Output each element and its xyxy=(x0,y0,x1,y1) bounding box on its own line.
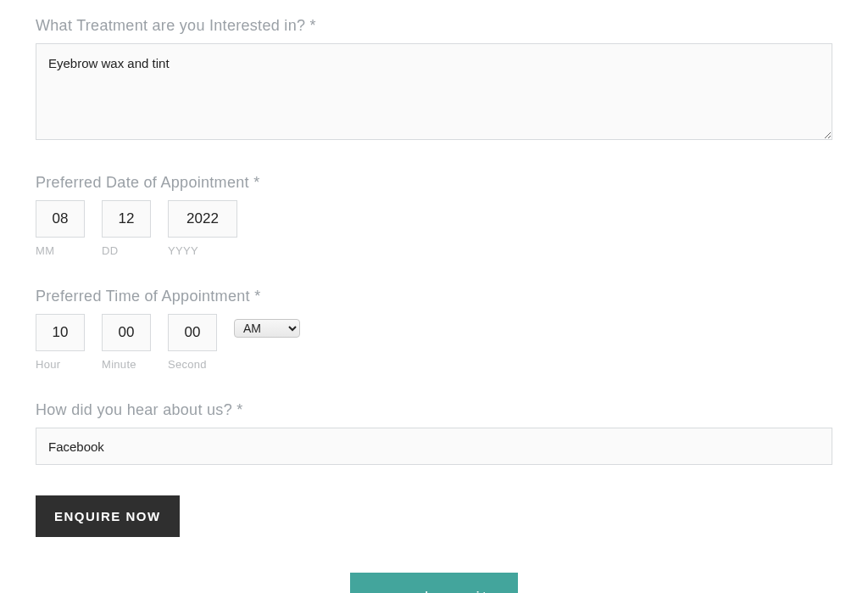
year-sublabel: YYYY xyxy=(168,244,237,257)
minute-sublabel: Minute xyxy=(102,358,151,371)
pay-deposit-button[interactable]: pay deposit xyxy=(350,573,518,593)
year-input[interactable] xyxy=(168,200,237,238)
hear-about-group: How did you hear about us? * xyxy=(36,401,832,465)
ampm-col: AM xyxy=(234,319,300,338)
second-col: Second xyxy=(168,314,217,371)
enquire-now-button[interactable]: ENQUIRE NOW xyxy=(36,495,180,537)
preferred-time-group: Preferred Time of Appointment * Hour Min… xyxy=(36,288,832,371)
date-row: MM DD YYYY xyxy=(36,200,832,257)
deposit-row: pay deposit xyxy=(36,573,832,593)
day-col: DD xyxy=(102,200,151,257)
treatment-label: What Treatment are you Interested in? * xyxy=(36,17,832,35)
preferred-time-label: Preferred Time of Appointment * xyxy=(36,288,832,305)
day-input[interactable] xyxy=(102,200,151,238)
preferred-date-group: Preferred Date of Appointment * MM DD YY… xyxy=(36,174,832,257)
ampm-select[interactable]: AM xyxy=(234,319,300,338)
hear-about-input[interactable] xyxy=(36,428,832,465)
time-row: Hour Minute Second AM xyxy=(36,314,832,371)
day-sublabel: DD xyxy=(102,244,151,257)
month-col: MM xyxy=(36,200,85,257)
second-sublabel: Second xyxy=(168,358,217,371)
hour-sublabel: Hour xyxy=(36,358,85,371)
minute-input[interactable] xyxy=(102,314,151,351)
enquire-row: ENQUIRE NOW xyxy=(36,495,832,537)
hear-about-label: How did you hear about us? * xyxy=(36,401,832,419)
month-input[interactable] xyxy=(36,200,85,238)
minute-col: Minute xyxy=(102,314,151,371)
preferred-date-label: Preferred Date of Appointment * xyxy=(36,174,832,192)
second-input[interactable] xyxy=(168,314,217,351)
hour-input[interactable] xyxy=(36,314,85,351)
year-col: YYYY xyxy=(168,200,237,257)
month-sublabel: MM xyxy=(36,244,85,257)
treatment-group: What Treatment are you Interested in? * xyxy=(36,17,832,143)
hour-col: Hour xyxy=(36,314,85,371)
treatment-textarea[interactable] xyxy=(36,43,832,140)
